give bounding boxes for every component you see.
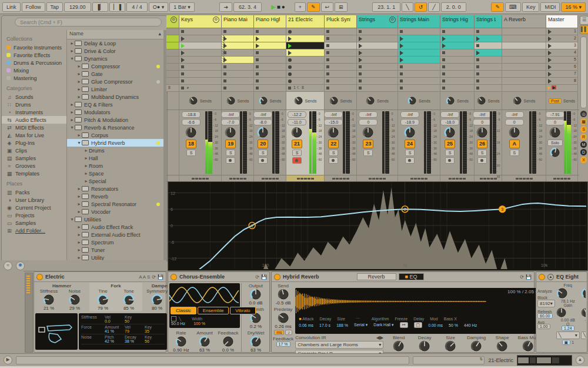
send-a-knob[interactable] xyxy=(366,96,375,105)
loop-button[interactable]: ↺ xyxy=(415,2,427,12)
clip-slot[interactable] xyxy=(398,78,440,85)
track-header-strings-main[interactable]: Strings Main xyxy=(398,15,440,28)
mod-value[interactable]: 50 % xyxy=(449,323,458,327)
clip-slot[interactable] xyxy=(475,57,502,64)
device-play-icon[interactable]: ▶ xyxy=(4,356,12,364)
track-header-strings-layer[interactable]: Strings Layer xyxy=(475,15,502,28)
clip-view-toggle-icon[interactable]: ☰ xyxy=(580,16,588,25)
clip-slot[interactable] xyxy=(502,28,546,35)
overdub-button[interactable]: + xyxy=(295,2,306,12)
tree-item-gate[interactable]: ▸Gate xyxy=(67,70,163,78)
eq-eight-display[interactable]: 1231260-6-121001k10k xyxy=(168,181,588,271)
size-value[interactable]: 188 % xyxy=(336,323,348,327)
clip-slot[interactable] xyxy=(325,49,357,57)
peak-level-field[interactable]: -Inf xyxy=(400,111,419,118)
clip-slot[interactable]: 7 xyxy=(546,71,578,78)
clip-slot[interactable] xyxy=(286,49,325,57)
chevron-down-icon[interactable]: ▾ xyxy=(69,56,75,61)
track-header-pluck-synth[interactable]: Pluck Synth xyxy=(325,15,357,28)
track-header-piano-main[interactable]: Piano Main xyxy=(222,15,254,28)
peak-level-field[interactable]: -Inf xyxy=(359,111,377,118)
collection-item-mastering[interactable]: Mastering xyxy=(6,74,66,82)
amount-knob[interactable] xyxy=(199,336,211,347)
decay-value[interactable]: 17.0 s xyxy=(319,323,330,327)
mode-ensemble-button[interactable]: Ensemble xyxy=(198,307,229,314)
clip-slot[interactable] xyxy=(502,64,546,71)
post-pre-toggle[interactable]: Post xyxy=(549,98,562,104)
clip-slot[interactable] xyxy=(179,64,222,71)
dry-wet-knob[interactable] xyxy=(250,336,262,347)
clip-slot[interactable] xyxy=(166,64,179,71)
band-1-freq-knob[interactable] xyxy=(556,287,580,299)
eq8-title-bar[interactable]: ▲ EQ Eight xyxy=(536,272,587,282)
track-header-keys[interactable]: Keys⊖ xyxy=(179,15,222,28)
category-item-grooves[interactable]: ≈Grooves xyxy=(6,162,66,170)
pan-knob[interactable] xyxy=(328,127,339,138)
stiffness-key-value[interactable]: Key50 xyxy=(125,315,145,323)
clip-slot[interactable] xyxy=(325,78,357,85)
chevron-right-icon[interactable]: ▸ xyxy=(76,94,82,100)
volume-field[interactable]: 0 xyxy=(546,119,564,125)
track-header-a-reverb[interactable]: A Reverb xyxy=(502,15,546,28)
show-sends-button[interactable]: S xyxy=(580,126,587,132)
volume-field[interactable]: -7.0 xyxy=(221,119,240,125)
clip-slot[interactable]: 2 xyxy=(546,35,578,42)
feedback-value[interactable]: 17 % xyxy=(276,342,290,347)
peak-level-field[interactable]: -Inf xyxy=(440,111,459,118)
volume-field[interactable]: -18.9 xyxy=(400,119,419,125)
band-2-gain-value[interactable]: -4.05 dB xyxy=(581,318,586,322)
track-delay-cell[interactable] xyxy=(475,175,502,181)
chevron-right-icon[interactable]: ▸ xyxy=(76,255,82,260)
category-item-audio-effects[interactable]: ⇆Audio Effects xyxy=(2,116,68,124)
send-a-knob[interactable] xyxy=(226,96,236,105)
tree-item-special[interactable]: ▸Special xyxy=(67,177,163,185)
show-mixer-button[interactable]: M xyxy=(580,141,587,148)
peak-level-field[interactable]: -Inf xyxy=(473,111,492,118)
chevron-right-icon[interactable]: ▸ xyxy=(83,163,89,168)
peak-level-field[interactable]: -18.8 xyxy=(182,111,201,118)
track-header-21-electric[interactable]: 21 Electric xyxy=(286,15,325,28)
tree-item-limiter[interactable]: ▸Limiter xyxy=(67,85,163,93)
clip-slot[interactable] xyxy=(179,71,222,78)
clip-slot[interactable] xyxy=(398,57,440,64)
hot-swap-icon[interactable]: ⟳ xyxy=(152,274,156,280)
amount-value[interactable]: 63 % xyxy=(199,347,210,353)
tine-knob[interactable] xyxy=(97,294,109,306)
clip-slot[interactable] xyxy=(254,64,286,71)
hpf-toggle[interactable] xyxy=(171,316,176,321)
electric-title-bar[interactable]: Electric A A S⟳💾 xyxy=(34,272,166,282)
clip-slot[interactable] xyxy=(166,78,179,85)
tree-item-room[interactable]: ▸Room xyxy=(67,162,163,170)
mixer-view-toggle-icon[interactable]: ▌▌ xyxy=(580,25,588,34)
track-activator-button[interactable]: 23 xyxy=(363,140,373,148)
track-activator-button[interactable]: 19 xyxy=(225,140,236,148)
attack-value[interactable]: 0.06 ms xyxy=(299,323,313,327)
category-item-sounds[interactable]: ♫Sounds xyxy=(6,93,66,101)
send-a-knob[interactable] xyxy=(477,96,486,105)
track-stop-slot[interactable] xyxy=(254,85,286,92)
clip-slot[interactable] xyxy=(286,35,325,42)
chevron-right-icon[interactable]: ▸ xyxy=(69,41,75,46)
clip-slot[interactable] xyxy=(440,35,475,42)
show-io-button[interactable]: ▩ xyxy=(580,118,587,125)
peak-level-field[interactable]: -Inf xyxy=(253,111,272,118)
symmetry-knob[interactable] xyxy=(151,294,163,306)
preview-wave-icon[interactable]: ≈ xyxy=(4,261,12,270)
tempo-field[interactable]: 129.00 xyxy=(64,2,91,12)
chevron-right-icon[interactable]: ▸ xyxy=(83,171,89,176)
info-gear-icon[interactable]: ✺ xyxy=(16,261,25,270)
pan-knob[interactable] xyxy=(549,127,561,138)
arm-button[interactable] xyxy=(405,157,415,164)
chevron-right-icon[interactable]: ▸ xyxy=(69,117,75,122)
track-delay-cell[interactable] xyxy=(440,175,475,181)
chevron-right-icon[interactable]: ▸ xyxy=(76,64,82,69)
peak-level-field[interactable]: -12.2 xyxy=(288,111,306,118)
clip-slot[interactable] xyxy=(325,42,357,49)
tree-item-vocoder[interactable]: ▸Vocoder xyxy=(67,208,163,216)
clip-slot[interactable] xyxy=(325,71,357,78)
clip-slot[interactable] xyxy=(357,64,398,71)
warmth-value[interactable]: 0.2 % xyxy=(250,324,262,329)
volume-field[interactable]: 0 xyxy=(505,119,524,125)
chevron-right-icon[interactable]: ▸ xyxy=(76,209,82,214)
track-header-group-strip[interactable]: ⊖ xyxy=(166,15,179,28)
